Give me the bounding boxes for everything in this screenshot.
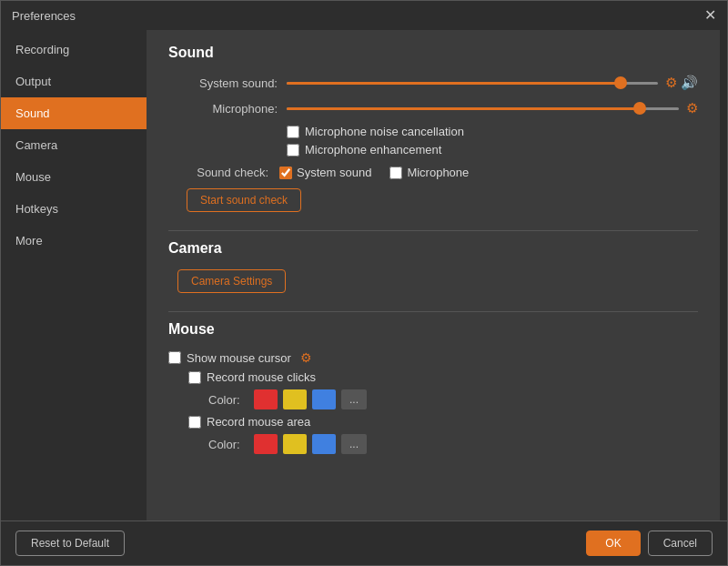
preferences-dialog: Preferences ✕ Recording Output Sound Cam… — [0, 0, 728, 566]
system-sound-fill — [287, 82, 621, 85]
color-swatch-red-1[interactable] — [254, 389, 278, 409]
system-sound-check-label: System sound — [297, 166, 371, 179]
microphone-thumb[interactable] — [633, 102, 646, 115]
color-row-2: Color: ... — [208, 434, 698, 454]
show-mouse-cursor-checkbox[interactable] — [168, 351, 181, 364]
system-sound-speaker-icon[interactable]: 🔊 — [681, 75, 698, 91]
noise-cancellation-label: Microphone noise cancellation — [305, 125, 464, 138]
microphone-check-checkbox[interactable] — [389, 167, 402, 179]
microphone-icons: ⚙ — [686, 100, 698, 116]
camera-section: Camera Camera Settings — [168, 240, 698, 293]
content-area: Sound System sound: ⚙ 🔊 — [147, 30, 720, 521]
microphone-row: Microphone: ⚙ — [168, 99, 698, 117]
color-swatch-blue-1[interactable] — [312, 389, 336, 409]
mouse-title: Mouse — [168, 321, 698, 338]
sound-section: Sound System sound: ⚙ 🔊 — [168, 45, 698, 212]
system-sound-track — [287, 82, 658, 85]
scrollbar-track[interactable] — [720, 30, 727, 521]
enhancement-checkbox[interactable] — [287, 144, 299, 157]
dialog-title: Preferences — [12, 9, 76, 23]
color-more-button-2[interactable]: ... — [341, 434, 367, 454]
system-sound-check-checkbox[interactable] — [279, 167, 292, 179]
microphone-gear-icon[interactable]: ⚙ — [686, 100, 698, 116]
microphone-track — [287, 107, 679, 110]
microphone-check-item: Microphone — [389, 166, 469, 179]
system-sound-label: System sound: — [168, 76, 278, 90]
record-mouse-clicks-checkbox[interactable] — [188, 371, 201, 384]
noise-cancellation-checkbox[interactable] — [287, 126, 299, 138]
sidebar-item-mouse[interactable]: Mouse — [1, 161, 147, 193]
microphone-label: Microphone: — [168, 102, 278, 116]
record-mouse-area-label: Record mouse area — [207, 415, 310, 429]
color-more-button-1[interactable]: ... — [341, 389, 367, 409]
divider-2 — [168, 311, 698, 312]
title-bar: Preferences ✕ — [1, 1, 727, 30]
sidebar-item-sound[interactable]: Sound — [1, 97, 147, 129]
mouse-section: Mouse Show mouse cursor ⚙ Record mouse c… — [168, 321, 698, 454]
reset-to-default-button[interactable]: Reset to Default — [15, 531, 125, 556]
system-sound-check-item: System sound — [279, 166, 371, 179]
main-area: Recording Output Sound Camera Mouse Hotk… — [1, 30, 727, 521]
color-label-2: Color: — [208, 438, 245, 451]
record-mouse-area-row: Record mouse area — [188, 415, 698, 429]
enhancement-row: Microphone enhancement — [287, 143, 698, 157]
microphone-check-label: Microphone — [407, 166, 469, 179]
microphone-fill — [287, 107, 640, 110]
close-button[interactable]: ✕ — [704, 8, 716, 23]
color-swatch-yellow-2[interactable] — [283, 434, 307, 454]
show-mouse-cursor-label: Show mouse cursor — [187, 351, 291, 365]
record-mouse-clicks-row: Record mouse clicks — [188, 370, 698, 384]
sidebar-item-output[interactable]: Output — [1, 66, 147, 97]
record-mouse-clicks-label: Record mouse clicks — [207, 370, 316, 384]
start-sound-check-button[interactable]: Start sound check — [187, 188, 301, 212]
color-row-1: Color: ... — [208, 389, 698, 409]
system-sound-slider-container[interactable] — [287, 74, 658, 92]
sidebar: Recording Output Sound Camera Mouse Hotk… — [1, 30, 147, 521]
color-swatch-blue-2[interactable] — [312, 434, 336, 454]
system-sound-thumb[interactable] — [614, 76, 627, 89]
enhancement-label: Microphone enhancement — [305, 143, 441, 157]
footer: Reset to Default OK Cancel — [1, 521, 727, 565]
sound-check-row: Sound check: System sound Microphone — [177, 166, 698, 179]
system-sound-icons: ⚙ 🔊 — [665, 75, 698, 91]
cancel-button[interactable]: Cancel — [648, 531, 713, 556]
camera-title: Camera — [168, 240, 698, 257]
ok-button[interactable]: OK — [586, 531, 640, 556]
system-sound-gear-icon[interactable]: ⚙ — [665, 75, 677, 91]
sidebar-item-camera[interactable]: Camera — [1, 129, 147, 161]
show-mouse-cursor-row: Show mouse cursor ⚙ — [168, 350, 698, 365]
mouse-cursor-gear-icon[interactable]: ⚙ — [300, 350, 312, 365]
color-label-1: Color: — [208, 393, 245, 407]
color-swatch-yellow-1[interactable] — [283, 389, 307, 409]
noise-cancellation-row: Microphone noise cancellation — [287, 125, 698, 138]
divider-1 — [168, 230, 698, 231]
sound-title: Sound — [168, 45, 698, 61]
sound-check-label: Sound check: — [177, 166, 268, 179]
sidebar-item-hotkeys[interactable]: Hotkeys — [1, 193, 147, 225]
footer-left: Reset to Default — [15, 531, 125, 556]
camera-settings-button[interactable]: Camera Settings — [177, 269, 286, 293]
sidebar-item-more[interactable]: More — [1, 225, 147, 257]
sidebar-item-recording[interactable]: Recording — [1, 34, 147, 66]
record-mouse-area-checkbox[interactable] — [188, 416, 201, 429]
microphone-slider-container[interactable] — [287, 99, 679, 117]
color-swatch-red-2[interactable] — [254, 434, 278, 454]
system-sound-row: System sound: ⚙ 🔊 — [168, 74, 698, 92]
footer-right: OK Cancel — [586, 531, 713, 556]
